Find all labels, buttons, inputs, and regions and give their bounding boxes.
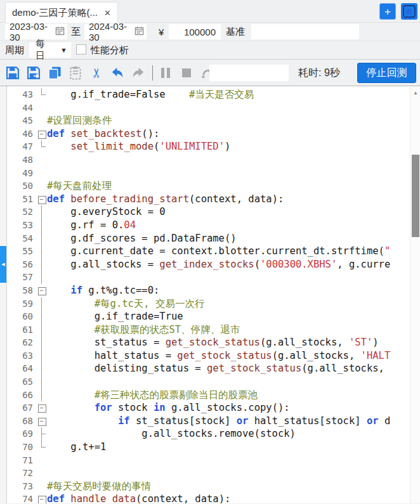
code-line[interactable]: 72 (8, 467, 410, 480)
code-line[interactable]: 60 g.if_trade=True (8, 310, 410, 323)
code-line[interactable]: 54 g.df_scores = pd.DataFrame() (8, 232, 410, 245)
fold-guide (37, 349, 47, 363)
backtest-params-row: 2023-03-30 至 2024-03-30 (0, 23, 420, 41)
start-date-input[interactable]: 2023-03-30 (5, 24, 67, 39)
undo-button[interactable] (109, 65, 126, 81)
scrollbar-thumb[interactable] (412, 155, 419, 237)
code-line[interactable]: 70 g.t+=1 (8, 441, 410, 454)
code-line[interactable]: 71 (8, 454, 410, 467)
code-line[interactable]: 59 #每g.tc天, 交易一次行 (8, 297, 410, 311)
code-line[interactable]: 64 delisting_status = get_stock_status(g… (8, 362, 410, 375)
code-line[interactable]: 45#设置回测条件 (8, 114, 410, 127)
code-area[interactable]: 43 g.if_trade=False #当天是否交易4445#设置回测条件46… (8, 86, 410, 503)
end-date-input[interactable]: 2024-03-30 (84, 24, 147, 39)
line-number: 50 (8, 179, 37, 193)
copy-button[interactable] (46, 65, 63, 81)
code-line-text: g.everyStock = 0 (47, 205, 166, 219)
code-line[interactable]: 56 g.all_stocks = get_index_stocks('0003… (8, 258, 410, 271)
code-line[interactable]: 66 #将三种状态的股票剔除当日的股票池 (8, 389, 410, 402)
strategy-tab[interactable]: demo-三因子策略(... ✕ (5, 2, 118, 23)
code-line[interactable]: 63 halt_status = get_stock_status(g.all_… (8, 349, 410, 363)
fold-guide (37, 297, 47, 311)
code-line[interactable]: 49 (8, 167, 410, 180)
undo-icon (110, 66, 124, 80)
code-line[interactable]: 47 set_limit_mode('UNLIMITED') (8, 140, 410, 153)
paste-button[interactable] (67, 65, 84, 81)
line-number: 45 (8, 114, 37, 127)
code-line[interactable]: 73#每天交易时要做的事情 (8, 480, 410, 493)
code-line[interactable]: 50#每天盘前处理 (8, 179, 410, 193)
close-icon[interactable]: ✕ (104, 8, 111, 18)
code-line[interactable]: 69 g.all_stocks.remove(stock) (8, 427, 410, 441)
code-line[interactable]: 74def handle_data(context, data): (8, 493, 410, 503)
chevron-down-icon: ▼ (60, 46, 67, 54)
fold-toggle-icon[interactable] (37, 193, 47, 206)
code-line[interactable]: 48 (8, 153, 410, 167)
collapse-panel-button[interactable] (401, 3, 417, 20)
code-line[interactable]: 44 (8, 101, 410, 115)
vertical-scrollbar[interactable]: ▲ (410, 86, 420, 503)
code-line-text: def handle_data(context, data): (47, 493, 230, 503)
paste-icon (69, 66, 82, 80)
code-line[interactable]: 68 if st_status[stock] or halt_status[st… (8, 415, 410, 428)
benchmark-input[interactable] (251, 24, 359, 39)
toolbar-divider (152, 65, 153, 81)
line-number: 71 (8, 454, 37, 467)
pause-button[interactable] (157, 65, 174, 81)
code-line-text: for stock in g.all_stocks.copy(): (47, 401, 290, 415)
code-line[interactable]: 62 st_status = get_stock_status(g.all_st… (8, 336, 410, 349)
line-number: 68 (8, 415, 37, 428)
benchmark-label: 基准 (226, 24, 245, 39)
stop-backtest-button[interactable]: 停止回测 (357, 63, 416, 83)
calendar-icon[interactable] (135, 26, 144, 37)
line-number: 61 (8, 323, 37, 337)
fold-guide (37, 179, 47, 193)
save-button[interactable] (4, 65, 21, 81)
fold-guide (37, 140, 47, 153)
fold-toggle-icon[interactable] (37, 401, 47, 415)
performance-analysis-checkbox[interactable] (76, 44, 86, 55)
code-line-text: #设置回测条件 (47, 114, 112, 127)
code-line[interactable]: 55 g.current_date = context.blotter.curr… (8, 245, 410, 258)
code-line-text: #每天交易时要做的事情 (47, 480, 151, 493)
code-line-text: delisting_status = get_stock_status(g.al… (47, 362, 384, 375)
editor-margin (0, 86, 7, 503)
add-tab-button[interactable]: + (379, 3, 396, 20)
code-line[interactable]: 46def set_backtest(): (8, 127, 410, 141)
code-line[interactable]: 43 g.if_trade=False #当天是否交易 (8, 88, 410, 101)
stop-button[interactable] (178, 65, 195, 81)
capital-input[interactable]: 100000 (169, 24, 221, 39)
code-line-text: set_limit_mode('UNLIMITED') (47, 140, 230, 153)
line-number: 67 (8, 401, 37, 415)
code-line[interactable]: 61 #获取股票的状态ST、停牌、退市 (8, 323, 410, 337)
code-line[interactable]: 52 g.everyStock = 0 (8, 205, 410, 219)
code-line[interactable]: 51def before_trading_start(context, data… (8, 193, 410, 206)
fold-guide (37, 389, 47, 402)
code-line-text: g.t+=1 (47, 441, 106, 454)
fold-toggle-icon[interactable] (37, 127, 47, 141)
fold-guide (37, 153, 47, 167)
line-number: 52 (8, 205, 37, 219)
code-line[interactable]: 65 (8, 375, 410, 389)
scrollbar-up-arrow[interactable]: ▲ (410, 90, 420, 96)
calendar-icon[interactable] (55, 26, 65, 37)
line-number: 46 (8, 127, 37, 141)
code-editor[interactable]: 43 g.if_trade=False #当天是否交易4445#设置回测条件46… (0, 86, 420, 503)
fold-toggle-icon[interactable] (37, 415, 47, 428)
period-dropdown[interactable]: 每日 ▼ (29, 42, 71, 58)
cut-button[interactable]: ✂ (88, 65, 105, 81)
editor-toolbar: ✂ (0, 60, 420, 86)
line-number: 65 (8, 375, 37, 389)
left-panel-expand-tab[interactable]: ◀ (0, 246, 6, 283)
code-line[interactable]: 67 for stock in g.all_stocks.copy(): (8, 401, 410, 415)
redo-button[interactable] (130, 65, 147, 81)
code-line[interactable]: 58 if g.t%g.tc==0: (8, 284, 410, 297)
code-line[interactable]: 53 g.rf = 0.04 (8, 219, 410, 232)
line-number: 66 (8, 389, 37, 402)
fold-toggle-icon[interactable] (37, 493, 47, 503)
fold-toggle-icon[interactable] (37, 284, 47, 297)
code-line[interactable]: 57 (8, 271, 410, 284)
fold-guide (37, 375, 47, 389)
save-as-button[interactable] (25, 65, 42, 81)
code-line-text: st_status = get_stock_status(g.all_stock… (47, 336, 379, 349)
